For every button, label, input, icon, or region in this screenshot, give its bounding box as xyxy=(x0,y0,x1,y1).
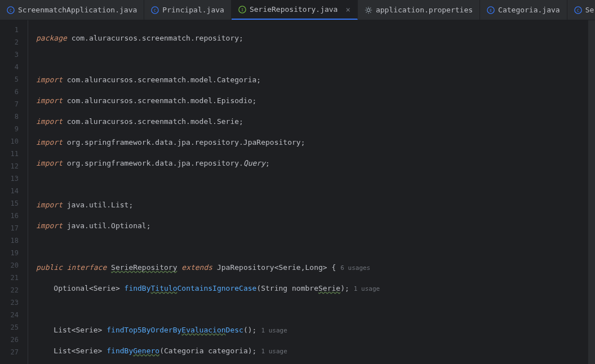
line-number[interactable]: 27 xyxy=(0,346,28,358)
tab-serierepository[interactable]: I SerieRepository.java × xyxy=(232,0,358,20)
line-number[interactable]: 9 xyxy=(0,123,28,135)
close-icon[interactable]: × xyxy=(345,5,350,14)
line-number[interactable]: 8 xyxy=(0,110,28,123)
line-number[interactable]: 2 xyxy=(0,36,28,48)
tab-screenmatch[interactable]: C ScreenmatchApplication.java xyxy=(0,0,144,20)
line-number[interactable]: 25 xyxy=(0,321,28,334)
line-number[interactable]: 13 xyxy=(0,172,28,185)
line-number[interactable]: 26 xyxy=(0,334,28,346)
line-number[interactable]: 20 xyxy=(0,259,28,272)
svg-text:E: E xyxy=(490,8,492,12)
usages-hint[interactable]: 6 usages xyxy=(340,264,370,272)
svg-point-6 xyxy=(367,8,370,11)
spring-icon: I xyxy=(238,6,246,14)
tab-label: Principal.java xyxy=(162,6,224,14)
svg-text:C: C xyxy=(154,8,156,12)
line-number[interactable]: 19 xyxy=(0,247,28,259)
line-number[interactable]: 18 xyxy=(0,234,28,247)
line-number[interactable]: 22 xyxy=(0,284,28,296)
code-area[interactable]: package com.aluracursos.screenmatch.repo… xyxy=(28,20,595,364)
line-number[interactable]: 12 xyxy=(0,160,28,172)
line-number[interactable]: 21 xyxy=(0,272,28,284)
line-number[interactable]: 10 xyxy=(0,135,28,148)
editor: 1234567891011121314151617181920212223242… xyxy=(0,20,595,364)
usages-hint[interactable]: 1 usage xyxy=(354,285,380,292)
scrollbar[interactable] xyxy=(588,20,595,364)
gutter: 1234567891011121314151617181920212223242… xyxy=(0,20,28,364)
java-icon: C xyxy=(7,6,15,14)
java-icon: C xyxy=(151,6,159,14)
tab-appprops[interactable]: application.properties xyxy=(358,0,480,20)
line-number[interactable]: 11 xyxy=(0,148,28,160)
tab-bar: C ScreenmatchApplication.java C Principa… xyxy=(0,0,595,20)
tab-principal[interactable]: C Principal.java xyxy=(144,0,232,20)
tab-label: Categoria.java xyxy=(498,6,560,14)
tab-categoria[interactable]: E Categoria.java xyxy=(480,0,567,20)
svg-text:I: I xyxy=(241,7,243,12)
line-number[interactable]: 4 xyxy=(0,61,28,73)
usages-hint[interactable]: 1 usage xyxy=(261,327,287,334)
line-number[interactable]: 3 xyxy=(0,48,28,61)
java-icon: E xyxy=(487,6,495,14)
line-number[interactable]: 15 xyxy=(0,197,28,210)
line-number[interactable]: 6 xyxy=(0,86,28,98)
line-number[interactable]: 23 xyxy=(0,296,28,309)
usages-hint[interactable]: 1 usage xyxy=(261,348,287,355)
svg-text:C: C xyxy=(10,8,12,12)
line-number[interactable]: 16 xyxy=(0,210,28,222)
line-number[interactable]: 7 xyxy=(0,98,28,110)
tab-label: Serie.java xyxy=(585,6,595,14)
line-number[interactable]: 1 xyxy=(0,24,28,36)
tab-label: SerieRepository.java xyxy=(250,5,338,14)
line-number[interactable]: 17 xyxy=(0,222,28,234)
line-number[interactable]: 5 xyxy=(0,73,28,86)
gear-icon xyxy=(365,6,372,14)
svg-text:C: C xyxy=(577,8,579,12)
tab-label: application.properties xyxy=(376,6,473,14)
line-number[interactable]: 24 xyxy=(0,309,28,321)
java-icon: C xyxy=(574,6,582,14)
tab-label: ScreenmatchApplication.java xyxy=(18,6,137,14)
line-number[interactable]: 14 xyxy=(0,185,28,197)
tab-serie[interactable]: C Serie.java xyxy=(567,0,595,20)
